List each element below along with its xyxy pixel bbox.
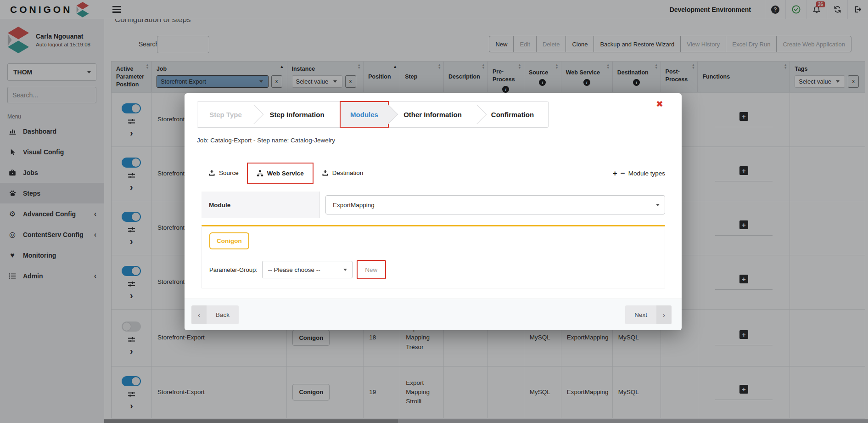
module-types-controls: + − Module types (613, 169, 665, 183)
parameter-group-label: Parameter-Group: (209, 266, 258, 273)
caret-down-icon (343, 269, 347, 271)
step-wizard-modal: ✖ Step Type Step Information Modules Oth… (185, 93, 682, 330)
new-parameter-group-button[interactable]: New (357, 260, 386, 279)
parameter-group-select[interactable]: -- Please choose -- (262, 261, 353, 278)
remove-module-type-icon[interactable]: − (621, 169, 625, 177)
upload-icon (208, 169, 215, 176)
caret-down-icon (656, 204, 660, 206)
wizard-tab-other-information[interactable]: Other Information (388, 102, 477, 127)
next-button[interactable]: Next › (625, 305, 672, 324)
module-types-label: Module types (628, 170, 665, 177)
tab-source[interactable]: Source (200, 163, 247, 183)
close-icon[interactable]: ✖ (656, 99, 663, 109)
download-icon (322, 169, 329, 176)
wizard-tab-confirmation[interactable]: Confirmation (477, 102, 548, 127)
chevron-right-icon: › (656, 305, 672, 324)
wizard-tab-modules[interactable]: Modules (340, 102, 388, 127)
wizard-tab-bar: Step Type Step Information Modules Other… (197, 101, 549, 128)
module-field-label: Module (202, 192, 320, 218)
module-tab-bar: Source Web Service Destination + − Modul… (200, 163, 665, 183)
application-window: CONIGON Development Environment ? 26 (0, 0, 868, 423)
parameter-group-row: Parameter-Group: -- Please choose -- New (209, 260, 665, 279)
chevron-left-icon: ‹ (191, 305, 207, 324)
back-button[interactable]: ‹ Back (191, 305, 239, 324)
tab-web-service[interactable]: Web Service (247, 163, 313, 183)
add-module-type-icon[interactable]: + (613, 169, 617, 177)
wizard-tab-step-information[interactable]: Step Information (254, 102, 340, 127)
module-field-row: Module ExportMapping (202, 192, 665, 218)
module-select[interactable]: ExportMapping (325, 195, 665, 214)
instance-panel: Conigon Parameter-Group: -- Please choos… (202, 225, 665, 288)
instance-tab-conigon[interactable]: Conigon (209, 232, 249, 249)
wizard-subtitle: Job: Catalog-Export - Step name: Catalog… (197, 137, 335, 144)
wizard-footer: ‹ Back Next › (185, 299, 682, 330)
wizard-tab-step-type[interactable]: Step Type (197, 102, 254, 127)
tab-destination[interactable]: Destination (313, 163, 372, 183)
sitemap-icon (257, 170, 263, 177)
